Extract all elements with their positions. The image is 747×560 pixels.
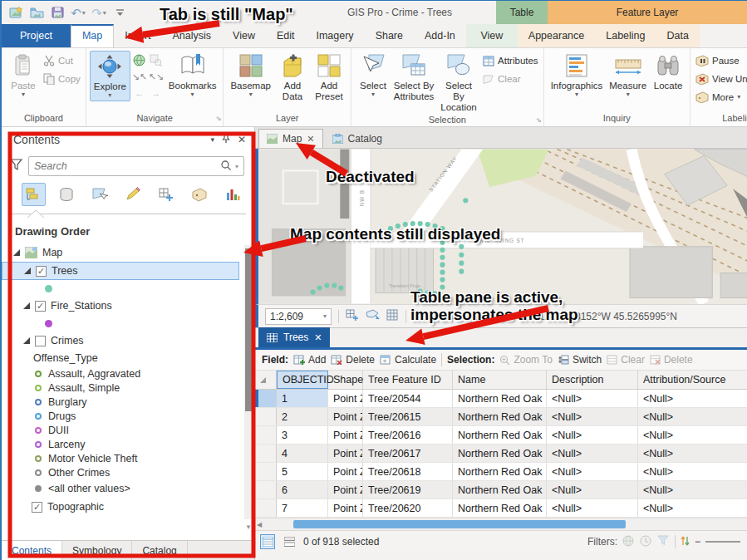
calculate-field-button[interactable]: = Calculate bbox=[380, 354, 436, 366]
contents-scrollbar[interactable]: ▼ bbox=[244, 245, 253, 519]
switch-selection-button[interactable]: Switch bbox=[558, 354, 602, 366]
close-map-view-icon[interactable]: ✕ bbox=[307, 134, 314, 145]
ribbon-tab[interactable]: View bbox=[222, 24, 266, 47]
table-row[interactable]: 6 Point Z Tree/20619 Northern Red Oak <N… bbox=[255, 481, 747, 499]
table-view-button[interactable] bbox=[260, 534, 275, 549]
paste-button[interactable]: Paste ▾ bbox=[5, 51, 42, 100]
pane-tab[interactable]: Contents bbox=[2, 541, 62, 560]
fire-stations-checkbox[interactable]: ✓ bbox=[35, 301, 46, 312]
topographic-checkbox[interactable]: ✓ bbox=[32, 502, 42, 513]
tree-item-crimes[interactable]: Crimes bbox=[2, 332, 254, 350]
ribbon-tab[interactable]: Edit bbox=[266, 24, 306, 47]
scrollbar-thumb[interactable] bbox=[245, 248, 252, 411]
ribbon-tab[interactable]: Insert bbox=[114, 24, 161, 47]
row-handle[interactable] bbox=[255, 463, 277, 480]
navigate-launcher-icon[interactable]: ⇘ bbox=[216, 115, 222, 122]
crimes-checkbox[interactable] bbox=[35, 336, 46, 346]
basemap-button[interactable]: Basemap ▾ bbox=[227, 51, 274, 100]
legend-item[interactable]: Burglary bbox=[2, 395, 254, 409]
trees-symbol-row[interactable] bbox=[2, 280, 254, 297]
customize-qat-icon[interactable] bbox=[112, 5, 127, 20]
scroll-down-arrow[interactable]: ▼ bbox=[245, 523, 252, 531]
ribbon-tab[interactable]: View bbox=[466, 24, 518, 47]
column-header-name[interactable]: Name bbox=[453, 371, 547, 389]
list-by-snapping-button[interactable] bbox=[154, 183, 178, 206]
next-extent-button[interactable]: → bbox=[149, 86, 164, 101]
grid-button[interactable] bbox=[386, 309, 399, 323]
new-project-icon[interactable] bbox=[8, 5, 23, 20]
tree-item-map[interactable]: Map bbox=[2, 243, 254, 262]
table-row[interactable]: 5 Point Z Tree/20618 Northern Red Oak <N… bbox=[255, 463, 747, 481]
delete-field-button[interactable]: Delete bbox=[331, 354, 375, 366]
scale-dropdown-caret[interactable]: ▾ bbox=[323, 312, 327, 320]
zoom-to-selection-button[interactable] bbox=[149, 52, 164, 67]
fixed-zoom-out-button[interactable]: ↖↘ bbox=[149, 69, 164, 84]
add-preset-button[interactable]: Add Preset bbox=[311, 51, 347, 104]
trees-checkbox[interactable]: ✓ bbox=[36, 266, 47, 277]
clear-selection-button[interactable]: Clear bbox=[483, 71, 538, 86]
ribbon-tab[interactable]: Imagery bbox=[305, 24, 364, 47]
ribbon-tab[interactable]: Project bbox=[2, 24, 71, 47]
catalog-view-tab[interactable]: Catalog bbox=[325, 129, 390, 148]
more-labeling-button[interactable]: More▾ bbox=[695, 90, 747, 105]
delete-selection-button[interactable]: Delete bbox=[650, 354, 693, 366]
column-header-description[interactable]: Description bbox=[547, 371, 638, 389]
legend-item-all-other-values[interactable]: <all other values> bbox=[2, 479, 254, 498]
pane-tab[interactable]: Symbology bbox=[62, 541, 132, 560]
list-by-charts-button[interactable] bbox=[220, 183, 244, 206]
list-by-drawing-order-button[interactable] bbox=[22, 183, 46, 206]
pane-options-icon[interactable]: ▾ bbox=[210, 135, 214, 144]
ribbon-tab[interactable]: Labeling bbox=[595, 24, 656, 47]
select-by-location-button[interactable]: Select By Location bbox=[436, 51, 481, 115]
search-options-caret[interactable]: ▾ bbox=[235, 163, 238, 170]
add-field-button[interactable]: Add bbox=[293, 354, 326, 366]
attributes-view-button[interactable] bbox=[282, 534, 297, 549]
infographics-button[interactable]: Infographics ▾ bbox=[548, 51, 607, 100]
row-handle[interactable] bbox=[255, 499, 277, 517]
tree-item-fire-stations[interactable]: ✓ Fire_Stations bbox=[2, 297, 254, 315]
view-unplaced-button[interactable]: View Unplaced bbox=[695, 71, 747, 86]
attributes-button[interactable]: Attributes bbox=[483, 53, 538, 68]
measure-button[interactable]: Measure ▾ bbox=[606, 51, 650, 100]
table-row[interactable]: 3 Point Z Tree/20616 Northern Red Oak <N… bbox=[255, 426, 747, 445]
tree-item-topographic[interactable]: ✓ Topographic bbox=[2, 498, 254, 516]
column-header-attribution[interactable]: Attribution/Source bbox=[638, 371, 747, 389]
column-header-objectid[interactable]: OBJECTID bbox=[277, 371, 328, 389]
zoom-slider[interactable] bbox=[705, 541, 740, 543]
legend-item[interactable]: DUII bbox=[2, 423, 254, 437]
copy-button[interactable]: Copy bbox=[43, 71, 81, 86]
legend-item[interactable]: Motor Vehicle Theft bbox=[2, 451, 254, 465]
trees-table-tab[interactable]: Trees ✕ bbox=[258, 327, 330, 347]
table-row[interactable]: 1 Point Z Tree/20544 Northern Red Oak <N… bbox=[255, 390, 747, 408]
pane-tab[interactable]: Catalog bbox=[132, 541, 187, 560]
legend-item[interactable]: Larceny bbox=[2, 437, 254, 451]
definition-filter-icon[interactable] bbox=[657, 535, 670, 549]
bookmarks-button[interactable]: Bookmarks ▾ bbox=[165, 51, 220, 100]
save-project-icon[interactable] bbox=[50, 5, 65, 20]
search-input[interactable] bbox=[34, 160, 220, 172]
row-handle[interactable] bbox=[255, 390, 277, 407]
ribbon-tab[interactable]: Analysis bbox=[162, 24, 223, 47]
list-by-selection-button[interactable] bbox=[88, 183, 112, 206]
map-view-tab[interactable]: Map ✕ bbox=[258, 129, 323, 148]
tree-item-trees[interactable]: ✓ Trees bbox=[2, 262, 239, 280]
full-extent-button[interactable] bbox=[132, 52, 147, 67]
sort-icon[interactable] bbox=[681, 535, 690, 549]
clear-selection-table-button[interactable]: Clear bbox=[607, 354, 645, 366]
pause-labeling-button[interactable]: Pause bbox=[695, 53, 747, 68]
column-header-tree-feature-id[interactable]: Tree Feature ID bbox=[363, 371, 453, 389]
column-header-shape[interactable]: Shape bbox=[328, 371, 363, 389]
time-filter-icon[interactable] bbox=[640, 535, 652, 549]
zoom-to-button[interactable]: Zoom To bbox=[499, 354, 552, 366]
close-table-icon[interactable]: ✕ bbox=[314, 332, 322, 343]
legend-item[interactable]: Assault, Simple bbox=[2, 381, 254, 395]
redo-icon[interactable]: ↷▾ bbox=[91, 5, 106, 20]
zoom-out-slider-button[interactable]: − bbox=[695, 536, 700, 548]
ribbon-tab[interactable]: Data bbox=[656, 24, 700, 47]
fire-stations-symbol-row[interactable] bbox=[2, 315, 254, 332]
table-horizontal-scrollbar[interactable]: ◀ bbox=[255, 518, 747, 530]
row-handle[interactable] bbox=[255, 481, 277, 499]
add-data-button[interactable]: Add Data bbox=[274, 51, 311, 104]
scroll-left-arrow[interactable]: ◀ bbox=[257, 521, 262, 528]
legend-item[interactable]: Assault, Aggravated bbox=[2, 366, 254, 381]
